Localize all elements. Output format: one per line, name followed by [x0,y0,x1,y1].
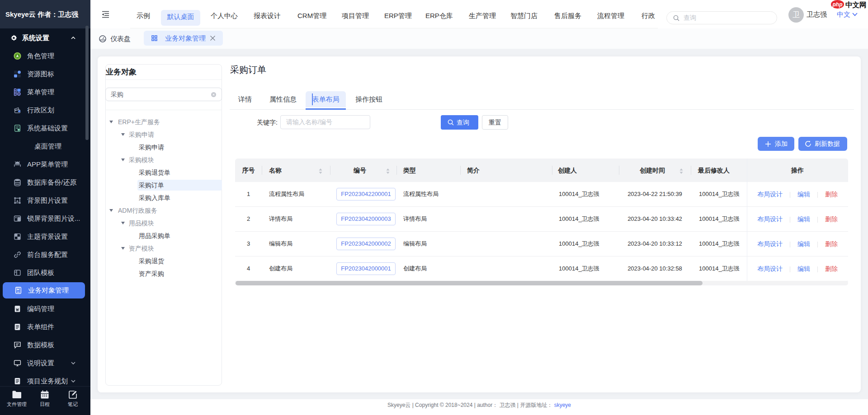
svg-text:php: php [832,1,843,8]
svg-text:中文网: 中文网 [845,1,867,9]
